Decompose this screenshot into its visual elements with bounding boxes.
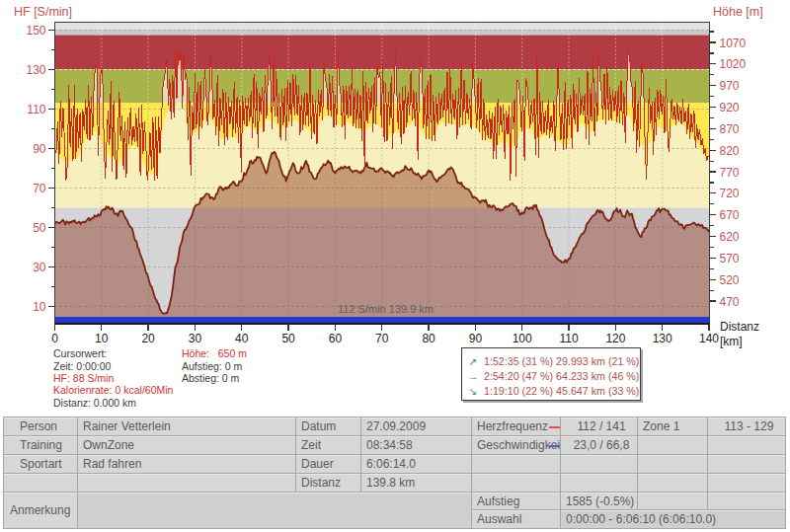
svg-text:130: 130	[26, 63, 45, 77]
svg-text:520: 520	[720, 273, 740, 287]
svg-text:110: 110	[559, 332, 578, 345]
svg-text:1070: 1070	[720, 37, 747, 50]
svg-text:70: 70	[33, 182, 46, 195]
svg-text:40: 40	[235, 332, 249, 345]
svg-text:570: 570	[720, 252, 740, 266]
svg-text:1020: 1020	[720, 57, 747, 71]
svg-text:110: 110	[27, 103, 45, 116]
svg-text:720: 720	[720, 187, 740, 200]
svg-text:Distanz: Distanz	[720, 320, 759, 334]
svg-text:[km]: [km]	[720, 335, 743, 348]
svg-text:60: 60	[329, 332, 343, 345]
svg-text:30: 30	[33, 261, 46, 274]
svg-text:50: 50	[33, 221, 46, 235]
svg-text:70: 70	[375, 332, 389, 345]
svg-text:90: 90	[469, 332, 483, 345]
svg-text:10: 10	[33, 300, 46, 314]
svg-text:470: 470	[720, 295, 740, 309]
svg-text:50: 50	[281, 332, 295, 345]
svg-text:870: 870	[720, 122, 740, 136]
svg-text:970: 970	[720, 79, 740, 93]
svg-text:HF [S/min]: HF [S/min]	[14, 5, 72, 19]
svg-text:10: 10	[95, 332, 109, 345]
svg-text:920: 920	[720, 101, 740, 114]
svg-text:30: 30	[189, 332, 202, 345]
svg-text:770: 770	[720, 166, 740, 180]
svg-text:0: 0	[51, 332, 58, 345]
svg-text:130: 130	[653, 332, 672, 345]
svg-text:820: 820	[720, 144, 740, 158]
svg-text:150: 150	[26, 24, 45, 38]
svg-text:90: 90	[33, 142, 46, 156]
svg-text:140: 140	[699, 332, 719, 345]
svg-text:120: 120	[605, 332, 625, 345]
svg-text:112 S/min 139.9 km: 112 S/min 139.9 km	[338, 303, 434, 315]
svg-text:100: 100	[513, 332, 532, 345]
svg-text:620: 620	[720, 230, 740, 244]
svg-text:20: 20	[141, 332, 155, 345]
svg-text:670: 670	[720, 208, 740, 222]
svg-text:80: 80	[422, 332, 435, 345]
svg-text:Höhe [m]: Höhe [m]	[713, 5, 763, 19]
